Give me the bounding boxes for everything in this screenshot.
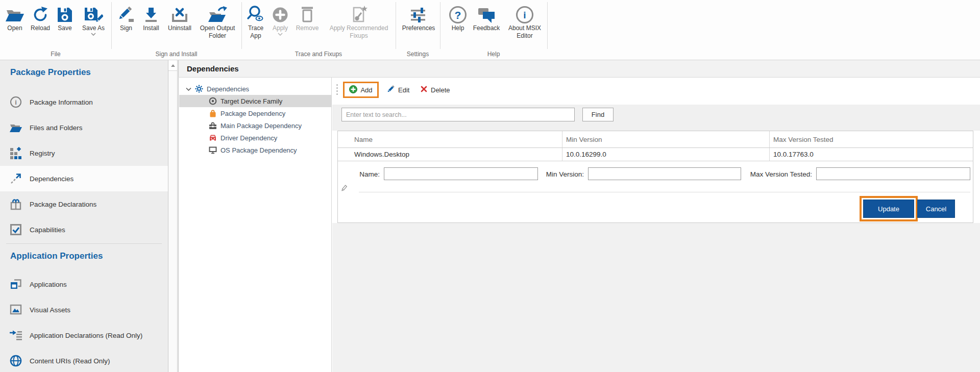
button-label: Save As: [78, 24, 109, 32]
section-heading-package-properties: Package Properties: [10, 67, 91, 78]
gear-icon: [194, 85, 203, 93]
sidebar: Package Properties i Package Information…: [0, 60, 168, 372]
save-button[interactable]: Save: [53, 2, 77, 32]
chevron-down-icon[interactable]: [78, 33, 109, 37]
add-plus-icon: [349, 85, 357, 95]
find-button[interactable]: Find: [582, 108, 614, 121]
search-band: Find: [332, 105, 980, 131]
open-output-folder-button[interactable]: Open Output Folder: [196, 2, 239, 40]
save-as-button[interactable]: Save As: [78, 2, 109, 37]
tree-item-package-dependency[interactable]: Package Dependency: [179, 107, 331, 119]
edit-row-panel: Name: Min Version: Max Version Tested: U…: [338, 161, 973, 222]
group-label-settings: Settings: [396, 51, 440, 58]
image-icon: [7, 304, 24, 315]
group-label-help: Help: [440, 51, 547, 58]
preferences-button[interactable]: Preferences: [398, 2, 439, 32]
about-msix-editor-button[interactable]: i About MSIX Editor: [503, 2, 546, 40]
sidebar-item-visual-assets[interactable]: Visual Assets: [0, 297, 168, 323]
apply-plus-icon: [269, 2, 291, 24]
tree-item-driver-dependency[interactable]: Driver Dependency: [179, 132, 331, 144]
trace-app-button[interactable]: Trace App: [243, 2, 268, 40]
group-separator: [396, 2, 396, 49]
dependencies-tree-panel: Dependencies Target Device Family Packag…: [178, 78, 332, 372]
max-version-tested-field[interactable]: [816, 167, 970, 180]
reload-icon: [29, 2, 52, 24]
open-button[interactable]: Open: [3, 2, 27, 32]
toolbar-grip-handle[interactable]: [336, 84, 338, 95]
about-info-icon: i: [503, 2, 546, 24]
sidebar-item-package-declarations[interactable]: Package Declarations: [0, 191, 168, 217]
min-version-field[interactable]: [588, 167, 741, 180]
uninstall-button[interactable]: Uninstall: [164, 2, 195, 32]
sidebar-item-package-information[interactable]: i Package Information: [0, 89, 168, 115]
target-icon: [208, 97, 217, 105]
group-label-file: File: [0, 51, 111, 58]
windows-icon: [7, 279, 24, 290]
edit-button[interactable]: Edit: [386, 82, 409, 98]
sidebar-item-content-uris[interactable]: Content URIs (Read Only): [0, 348, 168, 372]
trash-icon: [292, 2, 322, 24]
sidebar-item-capabilities[interactable]: Capabilities: [0, 217, 168, 242]
uninstall-icon: [164, 2, 195, 24]
section-heading-application-properties: Application Properties: [10, 251, 103, 261]
add-button[interactable]: Add: [343, 82, 379, 98]
sidebar-scrollbar[interactable]: [168, 60, 178, 372]
table-header-row: Name Min Version Max Version Tested: [338, 131, 973, 148]
button-label: Install: [139, 24, 163, 32]
globe-icon: [7, 355, 24, 367]
sign-pencil-icon: [114, 2, 138, 24]
button-label: Sign: [114, 24, 138, 32]
cell-name: Windows.Desktop: [351, 148, 562, 161]
feedback-icon: [471, 2, 502, 24]
apply-recommended-fixups-button[interactable]: Apply Recommended Fixups: [323, 2, 395, 40]
button-label: Remove: [292, 24, 322, 32]
install-icon: [139, 2, 163, 24]
open-output-folder-icon: [196, 2, 239, 24]
tree-item-main-package-dependency[interactable]: Main Package Dependency: [179, 119, 331, 132]
sidebar-item-applications[interactable]: Applications: [0, 271, 168, 297]
min-version-field-label: Min Version:: [537, 170, 584, 178]
update-button[interactable]: Update: [863, 200, 914, 218]
detail-toolbar: Add Edit Delete: [332, 78, 980, 105]
delete-button[interactable]: Delete: [421, 82, 450, 98]
tree-item-target-device-family[interactable]: Target Device Family: [179, 95, 331, 107]
install-button[interactable]: Install: [139, 2, 163, 32]
button-label: Apply Recommended Fixups: [323, 24, 395, 40]
cancel-button[interactable]: Cancel: [917, 200, 955, 218]
delete-x-icon: [421, 86, 427, 94]
row-indicator-cell: [338, 148, 351, 161]
name-field[interactable]: [384, 167, 538, 180]
button-label: Trace App: [243, 24, 268, 40]
feedback-button[interactable]: Feedback: [471, 2, 502, 32]
tree-item-os-package-dependency[interactable]: OS Package Dependency: [179, 144, 331, 156]
sign-button[interactable]: Sign: [114, 2, 138, 32]
column-header-name[interactable]: Name: [351, 131, 562, 147]
sidebar-item-files-and-folders[interactable]: Files and Folders: [0, 115, 168, 140]
page-title: Dependencies: [187, 64, 239, 73]
column-header-max-version-tested[interactable]: Max Version Tested: [769, 131, 973, 147]
reload-button[interactable]: Reload: [29, 2, 52, 32]
sidebar-item-dependencies[interactable]: Dependencies: [0, 166, 168, 191]
tree-root-dependencies[interactable]: Dependencies: [179, 83, 331, 95]
group-separator: [547, 2, 548, 49]
group-label-trace-and-fixups: Trace and Fixups: [241, 51, 396, 58]
table-row[interactable]: Windows.Desktop 10.0.16299.0 10.0.17763.…: [338, 148, 973, 161]
editing-pencil-icon: [341, 185, 347, 194]
help-button[interactable]: ? Help: [446, 2, 470, 32]
folder-icon: [7, 122, 24, 133]
remove-button[interactable]: Remove: [292, 2, 322, 32]
sidebar-item-application-declarations[interactable]: Application Declarations (Read Only): [0, 323, 168, 348]
apply-button[interactable]: Apply: [269, 2, 291, 37]
scroll-up-arrow-icon[interactable]: [168, 60, 177, 71]
column-header-min-version[interactable]: Min Version: [562, 131, 769, 147]
chevron-down-icon[interactable]: [186, 87, 192, 91]
bag-icon: [208, 109, 217, 117]
monitor-icon: [208, 146, 217, 154]
button-label: Open: [3, 24, 27, 32]
msix-editor-window: Open Reload Save Save As: [0, 0, 980, 372]
chevron-down-icon[interactable]: [269, 33, 291, 37]
sidebar-divider: [6, 243, 162, 244]
help-icon: ?: [446, 2, 470, 24]
search-input[interactable]: [341, 108, 575, 121]
sidebar-item-registry[interactable]: Registry: [0, 140, 168, 166]
